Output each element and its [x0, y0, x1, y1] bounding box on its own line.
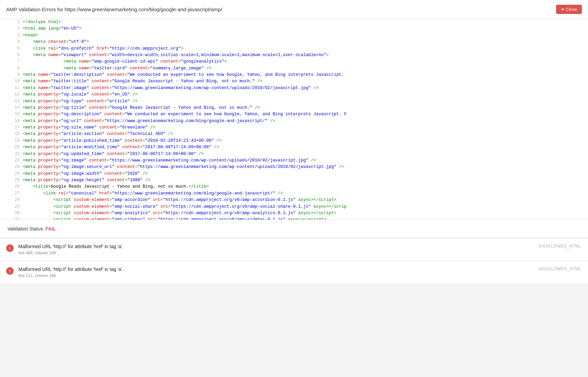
line-code: <meta property="article:section" content… — [21, 131, 588, 137]
line-number: 22 — [0, 157, 21, 164]
error-type: DISALLOWED_HTML — [538, 267, 581, 271]
line-code: <script custom-element="amp-social-share… — [21, 204, 588, 210]
line-number: 14 — [0, 105, 21, 111]
table-row: 20<meta property="article:modified_time"… — [0, 144, 588, 151]
error-icon: ! — [6, 244, 14, 252]
line-number: 28 — [0, 197, 21, 203]
line-number: 5 — [0, 46, 21, 52]
validation-section: Validation Status: FAIL — [0, 220, 588, 238]
table-row: 15<meta property="og:description" conten… — [0, 111, 588, 118]
line-code: <meta name="twitter:card" content="summa… — [21, 65, 588, 72]
line-number: 6 — [0, 52, 21, 58]
table-row: 24<meta property="og:image:width" conten… — [0, 171, 588, 177]
error-content: Malformed URL 'http://' for attribute 'h… — [18, 244, 534, 255]
line-code: <meta property="og:image:width" content=… — [21, 171, 588, 177]
line-number: 23 — [0, 164, 21, 170]
line-code: <script custom-element="amp-sidebar" src… — [21, 217, 588, 220]
error-title: Malformed URL 'http://' for attribute 'h… — [18, 267, 534, 272]
line-number: 30 — [0, 210, 21, 217]
line-code: <meta name="twitter:image" content="http… — [21, 85, 588, 91]
error-row-right: DISALLOWED_HTML — [538, 244, 581, 249]
table-row: 22<meta property="og:image" content="htt… — [0, 157, 588, 164]
line-number: 25 — [0, 177, 21, 184]
table-row: 25<meta property="og:image:height" conte… — [0, 177, 588, 184]
line-number: 12 — [0, 91, 21, 98]
table-row: 3<head> — [0, 32, 588, 39]
code-viewer: 1<!doctype html>2<html amp lang="en-US">… — [0, 19, 588, 220]
line-code: <html amp lang="en-US"> — [21, 25, 588, 32]
code-scroll-area[interactable]: 1<!doctype html>2<html amp lang="en-US">… — [0, 19, 588, 220]
line-code: <title>Google Reads Javascript - Yahoo a… — [21, 184, 588, 190]
line-number: 9 — [0, 72, 21, 78]
error-icon: ! — [6, 267, 14, 275]
error-title: Malformed URL 'http://' for attribute 'h… — [18, 244, 534, 249]
table-row: 23<meta property="og:image:secure_url" c… — [0, 164, 588, 170]
line-number: 18 — [0, 131, 21, 137]
table-row: 12<meta property="og:locale" content="en… — [0, 91, 588, 98]
line-code: <meta property="og:description" content=… — [21, 111, 588, 118]
line-number: 16 — [0, 118, 21, 124]
line-code: <meta property="og:image:height" content… — [21, 177, 588, 184]
line-code: <meta property="og:title" content="Googl… — [21, 105, 588, 111]
line-code: <script custom-element="amp-analytics" s… — [21, 210, 588, 217]
line-code: <!doctype html> — [21, 19, 588, 25]
table-row: 28 <script custom-element="amp-accordion… — [0, 197, 588, 203]
error-location: line 511, column 166 — [18, 273, 534, 278]
table-row: 21<meta property="og:updated_time" conte… — [0, 151, 588, 157]
table-row: 10<meta name="twitter:title" content="Go… — [0, 78, 588, 85]
table-row: 31 <script custom-element="amp-sidebar" … — [0, 217, 588, 220]
table-row: 8 <meta name="twitter:card" content="sum… — [0, 65, 588, 72]
line-number: 17 — [0, 124, 21, 131]
table-row: 13<meta property="og:type" content="arti… — [0, 98, 588, 105]
line-code: <meta property="og:url" content="https:/… — [21, 118, 588, 124]
page-title: AMP Validation Errors for https://www.gr… — [6, 6, 222, 12]
table-row: 9<meta name="twitter:description" conten… — [0, 72, 588, 78]
line-number: 31 — [0, 217, 21, 220]
line-number: 3 — [0, 32, 21, 39]
table-row: 5 <link rel="dns-prefetch" href="https:/… — [0, 46, 588, 52]
table-row: 18<meta property="article:section" conte… — [0, 131, 588, 137]
table-row: 26 <title>Google Reads Javascript - Yaho… — [0, 184, 588, 190]
line-number: 4 — [0, 39, 21, 45]
table-row: 29 <script custom-element="amp-social-sh… — [0, 204, 588, 210]
error-item: ! Malformed URL 'http://' for attribute … — [0, 261, 588, 284]
table-row: 6 <meta name="viewport" content="width=d… — [0, 52, 588, 58]
table-row: 2<html amp lang="en-US"> — [0, 25, 588, 32]
line-code: <meta charset="utf-8"> — [21, 39, 588, 45]
line-number: 10 — [0, 78, 21, 85]
line-number: 7 — [0, 58, 21, 65]
line-number: 24 — [0, 171, 21, 177]
validation-label: Validation Status: — [7, 226, 44, 232]
line-number: 20 — [0, 144, 21, 151]
line-number: 8 — [0, 65, 21, 72]
line-number: 26 — [0, 184, 21, 190]
line-number: 29 — [0, 204, 21, 210]
line-code: <meta property="og:image:secure_url" con… — [21, 164, 588, 170]
line-code: <script custom-element="amp-accordion" s… — [21, 197, 588, 203]
table-row: 1<!doctype html> — [0, 19, 588, 25]
error-row-right: DISALLOWED_HTML — [538, 267, 581, 271]
table-row: 11<meta name="twitter:image" content="ht… — [0, 85, 588, 91]
error-content: Malformed URL 'http://' for attribute 'h… — [18, 267, 534, 278]
table-row: 27 <link rel="canonical" href="https://w… — [0, 190, 588, 197]
line-number: 27 — [0, 190, 21, 197]
line-number: 2 — [0, 25, 21, 32]
line-code: <head> — [21, 32, 588, 39]
table-row: 7 <meta name="amp-google-client-id-api" … — [0, 58, 588, 65]
line-code: <meta name="twitter:title" content="Goog… — [21, 78, 588, 85]
line-code: <meta property="article:modified_time" c… — [21, 144, 588, 151]
close-button[interactable]: ✕ Close — [556, 5, 582, 14]
code-table: 1<!doctype html>2<html amp lang="en-US">… — [0, 19, 588, 220]
table-row: 19<meta property="article:published_time… — [0, 138, 588, 144]
line-number: 21 — [0, 151, 21, 157]
line-code: <meta property="article:published_time" … — [21, 138, 588, 144]
line-code: <meta name="amp-google-client-id-api" co… — [21, 58, 588, 65]
line-code: <meta property="og:type" content="articl… — [21, 98, 588, 105]
line-code: <link rel="canonical" href="https://www.… — [21, 190, 588, 197]
errors-section[interactable]: ! Malformed URL 'http://' for attribute … — [0, 238, 588, 377]
line-number: 1 — [0, 19, 21, 25]
error-type: DISALLOWED_HTML — [538, 244, 581, 249]
line-number: 13 — [0, 98, 21, 105]
line-code: <meta name="viewport" content="width=dev… — [21, 52, 588, 58]
line-code: <meta property="og:locale" content="en_U… — [21, 91, 588, 98]
